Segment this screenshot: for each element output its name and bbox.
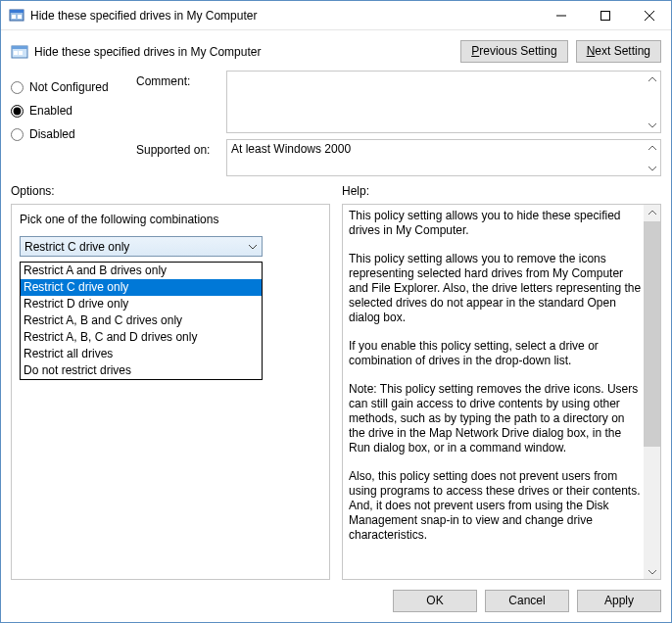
help-paragraph: This policy setting allows you to hide t…	[349, 209, 643, 238]
help-paragraph: If you enable this policy setting, selec…	[349, 339, 643, 368]
options-box: Pick one of the following combinations R…	[11, 204, 330, 580]
window-controls	[539, 1, 671, 29]
policy-icon	[11, 43, 28, 61]
window-title: Hide these specified drives in My Comput…	[30, 9, 539, 23]
next-setting-button[interactable]: Next Setting	[576, 40, 661, 63]
help-box: This policy setting allows you to hide t…	[342, 204, 661, 580]
maximize-button[interactable]	[583, 1, 627, 29]
scroll-down-icon[interactable]	[644, 562, 660, 579]
help-label: Help:	[342, 184, 661, 198]
svg-rect-10	[14, 51, 18, 55]
supported-value: At least Windows 2000	[231, 142, 644, 156]
titlebar: Hide these specified drives in My Comput…	[1, 1, 671, 30]
dropdown-item[interactable]: Restrict A, B, C and D drives only	[21, 329, 262, 346]
scroll-down-icon[interactable]	[644, 116, 660, 132]
dropdown-item[interactable]: Restrict D drive only	[21, 296, 262, 312]
config-area: Not Configured Enabled Disabled Comment:	[1, 67, 671, 176]
radio-label: Enabled	[29, 104, 72, 118]
dropdown-item[interactable]: Restrict C drive only	[21, 279, 262, 296]
combination-combobox[interactable]: Restrict C drive only	[20, 236, 263, 257]
radio-not-configured-input[interactable]	[11, 81, 24, 94]
close-button[interactable]	[627, 1, 671, 29]
options-label: Options:	[11, 184, 330, 198]
help-scrollbar[interactable]	[644, 205, 660, 579]
radio-not-configured[interactable]: Not Configured	[11, 80, 119, 94]
cancel-button[interactable]: Cancel	[485, 590, 569, 612]
options-prompt: Pick one of the following combinations	[20, 213, 321, 226]
scroll-down-icon[interactable]	[644, 159, 660, 175]
radio-disabled[interactable]: Disabled	[11, 127, 119, 141]
radio-disabled-input[interactable]	[11, 128, 24, 141]
dropdown-item[interactable]: Restrict all drives	[21, 346, 262, 362]
svg-rect-3	[18, 15, 22, 19]
minimize-button[interactable]	[539, 1, 583, 29]
help-pane: Help: This policy setting allows you to …	[342, 184, 661, 580]
dropdown-item[interactable]: Restrict A and B drives only	[21, 263, 262, 279]
policy-editor-window: Hide these specified drives in My Comput…	[0, 0, 672, 623]
help-text: This policy setting allows you to hide t…	[349, 209, 643, 575]
svg-rect-2	[12, 15, 16, 19]
help-paragraph: This policy setting allows you to remove…	[349, 252, 643, 325]
scroll-up-icon[interactable]	[644, 205, 660, 221]
supported-textbox: At least Windows 2000	[226, 139, 661, 176]
comment-label: Comment:	[136, 71, 218, 133]
options-pane: Options: Pick one of the following combi…	[11, 184, 330, 580]
dialog-footer: OK Cancel Apply	[1, 580, 671, 622]
radio-enabled-input[interactable]	[11, 105, 24, 118]
help-paragraph: Also, this policy setting does not preve…	[349, 469, 643, 543]
previous-setting-button[interactable]: Previous Setting	[460, 40, 567, 63]
state-radios: Not Configured Enabled Disabled	[11, 71, 119, 176]
svg-rect-1	[10, 10, 24, 13]
dropdown-item[interactable]: Restrict A, B and C drives only	[21, 312, 262, 329]
scrollbar-thumb[interactable]	[644, 221, 660, 447]
radio-enabled[interactable]: Enabled	[11, 104, 119, 118]
dropdown-item[interactable]: Do not restrict drives	[21, 362, 262, 379]
comment-textbox[interactable]	[226, 71, 661, 133]
combobox-value: Restrict C drive only	[24, 240, 129, 254]
lower-panes: Options: Pick one of the following combi…	[1, 176, 671, 580]
apply-button[interactable]: Apply	[577, 590, 661, 612]
ok-button[interactable]: OK	[393, 590, 477, 612]
svg-rect-11	[19, 51, 23, 55]
help-paragraph: Note: This policy setting removes the dr…	[349, 382, 643, 455]
svg-rect-9	[12, 46, 27, 49]
policy-name: Hide these specified drives in My Comput…	[34, 45, 455, 59]
header-row: Hide these specified drives in My Comput…	[1, 30, 671, 67]
radio-label: Not Configured	[29, 80, 109, 94]
chevron-down-icon	[245, 239, 260, 254]
radio-label: Disabled	[29, 127, 75, 141]
scroll-up-icon[interactable]	[644, 72, 660, 88]
supported-label: Supported on:	[136, 139, 218, 176]
window-icon	[9, 8, 24, 24]
combination-dropdown[interactable]: Restrict A and B drives only Restrict C …	[20, 262, 263, 380]
scroll-up-icon[interactable]	[644, 140, 660, 157]
svg-rect-5	[600, 11, 609, 20]
